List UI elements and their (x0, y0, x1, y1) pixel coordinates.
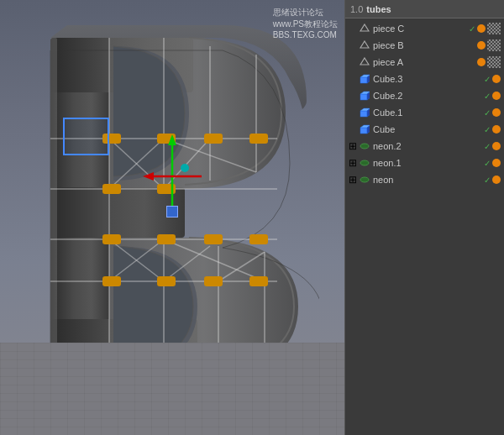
svg-rect-34 (251, 236, 266, 243)
render-dot[interactable] (492, 125, 501, 134)
visibility-check[interactable]: ✓ (469, 24, 475, 34)
pattern-toggle[interactable] (487, 39, 501, 51)
svg-rect-38 (251, 278, 266, 285)
svg-rect-36 (159, 278, 174, 285)
visibility-check[interactable]: ✓ (484, 108, 491, 118)
item-controls-neon: ✓ (484, 176, 501, 185)
group-expand: ⊞ (349, 140, 359, 152)
cube-icon (359, 90, 370, 102)
visibility-check[interactable]: ✓ (484, 176, 491, 185)
item-label-cube1: Cube.1 (373, 107, 484, 118)
cube-icon (359, 73, 370, 85)
outliner-item-cube1[interactable]: Cube.1 ✓ (345, 104, 504, 121)
item-label-piece-a: piece A (373, 57, 477, 67)
svg-marker-46 (360, 24, 369, 31)
render-dot[interactable] (492, 108, 501, 117)
outliner-panel: 1.0 tubes piece C ✓ (344, 0, 504, 435)
render-dot[interactable] (492, 92, 501, 100)
pattern-toggle[interactable] (487, 56, 501, 68)
item-controls-cube: ✓ (484, 125, 501, 134)
render-dot[interactable] (477, 24, 486, 33)
item-controls-neon1: ✓ (484, 159, 501, 168)
visibility-check[interactable]: ✓ (484, 125, 491, 134)
render-dot[interactable] (492, 159, 501, 167)
neon-icon (359, 174, 370, 186)
item-label-cube3: Cube.3 (373, 74, 484, 84)
svg-rect-2 (50, 187, 185, 238)
watermark: 思绪设计论坛 www.PS教程论坛 BBS.TEXG.COM (273, 7, 338, 39)
pattern-toggle[interactable] (487, 23, 501, 34)
visibility-check[interactable]: ✓ (484, 159, 491, 168)
svg-rect-32 (159, 236, 174, 243)
svg-rect-4 (50, 38, 57, 374)
item-label-piece-b: piece B (373, 40, 477, 50)
outliner-title: tubes (366, 4, 391, 14)
item-controls-neon2: ✓ (484, 142, 501, 151)
render-dot[interactable] (492, 176, 501, 184)
outliner-item-neon1[interactable]: ⊞ neon.1 ✓ (345, 155, 504, 171)
svg-rect-58 (360, 128, 367, 134)
outliner-item-cube2[interactable]: Cube.2 ✓ (345, 87, 504, 104)
item-label-neon: neon (373, 175, 484, 185)
outliner-item-neon[interactable]: ⊞ neon ✓ (345, 171, 504, 188)
svg-rect-37 (206, 278, 221, 285)
item-label-neon2: neon.2 (373, 141, 484, 151)
visibility-check[interactable]: ✓ (484, 92, 491, 101)
cube-icon (359, 123, 370, 135)
outliner-item-piece-b[interactable]: piece B (345, 37, 504, 54)
item-controls-cube2: ✓ (484, 92, 501, 101)
item-label-cube2: Cube.2 (373, 91, 484, 101)
svg-rect-25 (104, 135, 119, 142)
svg-rect-31 (104, 236, 119, 243)
mesh-icon (359, 39, 370, 51)
svg-rect-52 (360, 94, 367, 100)
outliner-header-icon: 1.0 (350, 4, 363, 14)
outliner-items-list: piece C ✓ piece B (345, 18, 504, 190)
outliner-item-cube[interactable]: Cube ✓ (345, 121, 504, 138)
visibility-check[interactable]: ✓ (484, 75, 491, 84)
outliner-item-neon2[interactable]: ⊞ neon.2 ✓ (345, 138, 504, 155)
outliner-header: 1.0 tubes (345, 0, 504, 18)
grid-floor (0, 343, 344, 435)
group-expand: ⊞ (349, 174, 359, 186)
item-controls-piece-c: ✓ (469, 23, 501, 34)
svg-point-63 (360, 177, 369, 182)
render-dot[interactable] (477, 58, 486, 66)
svg-marker-48 (360, 58, 369, 65)
svg-rect-27 (206, 135, 221, 142)
svg-rect-26 (159, 135, 174, 142)
svg-rect-29 (104, 186, 119, 192)
mesh-icon (359, 56, 370, 68)
outliner-item-piece-c[interactable]: piece C ✓ (345, 20, 504, 37)
item-controls-piece-a (477, 56, 501, 68)
viewport[interactable]: 思绪设计论坛 www.PS教程论坛 BBS.TEXG.COM (0, 0, 344, 435)
svg-rect-55 (360, 111, 367, 117)
svg-rect-28 (251, 135, 266, 142)
cube-icon (359, 107, 370, 118)
outliner-item-piece-a[interactable]: piece A (345, 54, 504, 71)
item-label-cube: Cube (373, 124, 484, 134)
selected-cube-indicator (166, 206, 178, 218)
svg-rect-45 (0, 343, 344, 435)
svg-point-62 (360, 160, 369, 165)
svg-rect-30 (159, 186, 174, 192)
render-dot[interactable] (492, 75, 501, 83)
svg-rect-35 (104, 278, 119, 285)
item-controls-piece-b (477, 39, 501, 51)
neon-icon (359, 140, 370, 152)
outliner-item-cube3[interactable]: Cube.3 ✓ (345, 71, 504, 87)
main-container: 思绪设计论坛 www.PS教程论坛 BBS.TEXG.COM (0, 0, 504, 435)
visibility-check[interactable]: ✓ (484, 142, 491, 151)
svg-marker-47 (360, 41, 369, 48)
svg-rect-33 (206, 236, 221, 243)
render-dot[interactable] (492, 142, 501, 150)
render-dot[interactable] (477, 41, 486, 50)
svg-rect-49 (360, 77, 367, 83)
item-label-neon1: neon.1 (373, 158, 484, 168)
b-letter-3d (42, 21, 319, 395)
item-controls-cube1: ✓ (484, 108, 501, 118)
item-label-piece-c: piece C (373, 24, 469, 34)
mesh-icon (359, 23, 370, 34)
item-controls-cube3: ✓ (484, 75, 501, 84)
neon-icon (359, 157, 370, 169)
